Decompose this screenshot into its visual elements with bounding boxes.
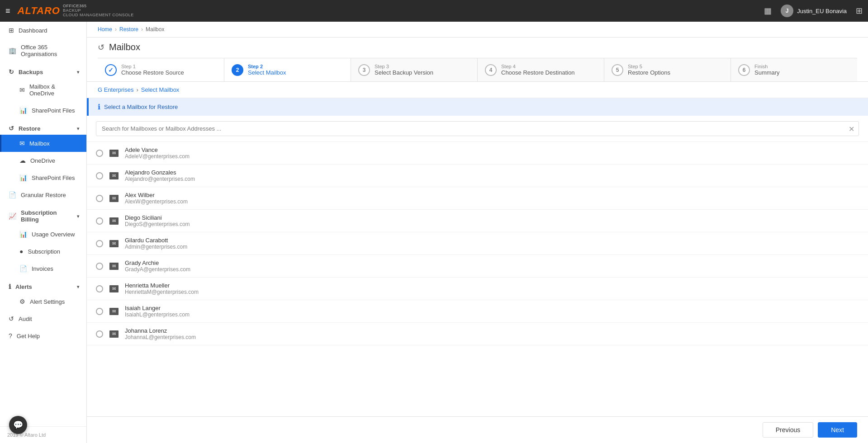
breadcrumb-home[interactable]: Home — [98, 26, 112, 33]
sidebar-item-audit[interactable]: ↺ Audit — [0, 310, 86, 327]
messages-icon[interactable]: ▦ — [764, 6, 772, 16]
sidebar-item-restore-sharepoint[interactable]: 📊 SharePoint Files — [0, 169, 86, 186]
mailbox-info-0: Adele Vance AdeleV@genterprises.com — [125, 146, 190, 160]
breadcrumb-restore[interactable]: Restore — [119, 26, 138, 33]
sidebar-item-office365[interactable]: 🏢 Office 365 Organisations — [0, 39, 86, 62]
topnav: ≡ ALTARO Office365 BACKUP CLOUD MANAGEME… — [0, 0, 868, 22]
list-item[interactable]: ✉ Gilardu Carabott Admin@genterprises.co… — [87, 232, 868, 255]
mailbox-info-4: Gilardu Carabott Admin@genterprises.com — [125, 237, 187, 250]
list-item[interactable]: ✉ Johanna Lorenz JohannaL@genterprises.c… — [87, 323, 868, 345]
topnav-right: ▦ J Justin_EU Bonavia ⊞ — [764, 5, 863, 17]
sidebar-item-invoices[interactable]: 📄 Invoices — [0, 260, 86, 277]
mailbox-radio-2[interactable] — [96, 195, 103, 202]
list-item[interactable]: ✉ Isaiah Langer IsaiahL@genterprises.com — [87, 300, 868, 323]
sub-breadcrumb-org[interactable]: G Enterprises — [98, 86, 133, 93]
step-4[interactable]: 4 Step 4 Choose Restore Destination — [478, 58, 604, 81]
step-4-label: Step 4 — [501, 64, 575, 69]
sidebar-item-backups[interactable]: ↻ Backups ▾ — [0, 62, 86, 78]
mailbox-type-icon: ✉ — [109, 285, 119, 292]
page-header: ↺ Mailbox ✓ Step 1 Choose Restore Source… — [87, 38, 868, 82]
list-item[interactable]: ✉ Adele Vance AdeleV@genterprises.com — [87, 142, 868, 165]
refresh-icon: ↺ — [98, 42, 104, 52]
sidebar-item-mailbox-onedrive[interactable]: ✉ Mailbox & OneDrive — [0, 78, 86, 102]
mailbox-type-icon: ✉ — [109, 240, 119, 247]
sidebar-item-get-help[interactable]: ? Get Help — [0, 327, 86, 344]
logo-altaro-text: ALTARO — [18, 5, 60, 17]
mailbox-radio-0[interactable] — [96, 150, 103, 157]
previous-button[interactable]: Previous — [763, 422, 813, 438]
step-3-label: Step 3 — [375, 64, 433, 69]
mailbox-type-icon: ✉ — [109, 195, 119, 202]
mailbox-email: DiegoS@genterprises.com — [125, 221, 190, 227]
list-item[interactable]: ✉ Henrietta Mueller HenriettaM@genterpri… — [87, 278, 868, 300]
step-5[interactable]: 5 Step 5 Restore Options — [604, 58, 731, 81]
sidebar-item-subscription[interactable]: ● Subscription — [0, 243, 86, 260]
user-menu[interactable]: J Justin_EU Bonavia — [781, 5, 847, 17]
username: Justin_EU Bonavia — [797, 8, 847, 14]
hamburger-menu-icon[interactable]: ≡ — [5, 6, 10, 16]
sidebar-item-dashboard[interactable]: ⊞ Dashboard — [0, 22, 86, 39]
sidebar-item-sharepoint-files-1[interactable]: 📊 SharePoint Files — [0, 102, 86, 119]
sub-breadcrumb: G Enterprises › Select Mailbox — [87, 82, 868, 98]
mailbox-radio-6[interactable] — [96, 285, 103, 292]
step-1[interactable]: ✓ Step 1 Choose Restore Source — [98, 58, 224, 81]
next-button[interactable]: Next — [818, 422, 857, 438]
info-bar-text: Select a Mailbox for Restore — [104, 104, 178, 110]
sidebar-item-label: Get Help — [17, 333, 40, 339]
list-item[interactable]: ✉ Diego Siciliani DiegoS@genterprises.co… — [87, 210, 868, 232]
chat-bubble[interactable]: 💬 — [9, 416, 27, 434]
invoices-icon: 📄 — [19, 265, 27, 272]
sidebar-item-label: SharePoint Files — [32, 174, 75, 181]
help-icon: ? — [9, 332, 12, 339]
sub-breadcrumb-current[interactable]: Select Mailbox — [141, 86, 180, 93]
step-2-info: Step 2 Select Mailbox — [248, 64, 286, 76]
sharepoint-restore-icon: 📊 — [19, 174, 27, 181]
sidebar-item-alert-settings[interactable]: ⚙ Alert Settings — [0, 293, 86, 310]
mailbox-type-icon: ✉ — [109, 172, 119, 179]
mailbox-radio-4[interactable] — [96, 240, 103, 247]
page-title-row: ↺ Mailbox — [98, 42, 857, 52]
mailbox-type-icon: ✉ — [109, 330, 119, 338]
mailbox-radio-7[interactable] — [96, 308, 103, 315]
step-1-check-icon: ✓ — [108, 66, 114, 74]
mailbox-type-icon: ✉ — [109, 150, 119, 157]
sidebar-item-restore-onedrive[interactable]: ☁ OneDrive — [0, 152, 86, 169]
list-item[interactable]: ✉ Alex Wilber AlexW@genterprises.com — [87, 187, 868, 210]
step-3[interactable]: 3 Step 3 Select Backup Version — [351, 58, 478, 81]
avatar: J — [781, 5, 793, 17]
sidebar-item-usage-overview[interactable]: 📊 Usage Overview — [0, 226, 86, 243]
sidebar-item-alerts[interactable]: ℹ Alerts ▾ — [0, 277, 86, 293]
mailbox-radio-1[interactable] — [96, 172, 103, 179]
search-clear-icon[interactable]: ✕ — [849, 124, 854, 133]
mailbox-radio-5[interactable] — [96, 263, 103, 270]
step-6-info: Finish Summary — [754, 64, 780, 76]
mailbox-info-1: Alejandro Gonzales Alejandro@genterprise… — [125, 169, 195, 182]
list-item[interactable]: ✉ Grady Archie GradyA@genterprises.com — [87, 255, 868, 278]
sidebar-item-label: Granular Restore — [21, 192, 66, 198]
mailbox-name: Alex Wilber — [125, 192, 188, 198]
subscription-detail-icon: ● — [19, 248, 23, 255]
main-content: Home › Restore › Mailbox ↺ Mailbox ✓ Ste… — [87, 22, 868, 443]
step-2[interactable]: 2 Step 2 Select Mailbox — [224, 58, 351, 81]
step-2-number: 2 — [232, 64, 243, 76]
mailbox-radio-3[interactable] — [96, 217, 103, 225]
onedrive-icon: ☁ — [19, 157, 26, 164]
sidebar-item-granular-restore[interactable]: 📄 Granular Restore — [0, 186, 86, 203]
step-6-number: 6 — [738, 64, 750, 76]
search-input[interactable] — [96, 121, 859, 136]
sidebar-item-label: Mailbox — [29, 140, 50, 147]
main-layout: ⊞ Dashboard 🏢 Office 365 Organisations ↻… — [0, 22, 868, 443]
list-item[interactable]: ✉ Alejandro Gonzales Alejandro@genterpri… — [87, 165, 868, 187]
sidebar-item-subscription-billing[interactable]: 📈 Subscription Billing ▾ — [0, 203, 86, 226]
mailbox-name: Grady Archie — [125, 259, 190, 266]
step-1-name: Choose Restore Source — [121, 69, 184, 76]
sidebar-item-restore-mailbox[interactable]: ✉ Mailbox — [0, 135, 86, 152]
step-6[interactable]: 6 Finish Summary — [731, 58, 857, 81]
step-6-label: Finish — [754, 64, 780, 69]
sidebar-item-restore[interactable]: ↺ Restore ▾ — [0, 119, 86, 135]
mailbox-name: Henrietta Mueller — [125, 282, 199, 289]
apps-icon[interactable]: ⊞ — [856, 6, 863, 16]
logo: ALTARO Office365 BACKUP CLOUD MANAGEMENT… — [18, 4, 134, 18]
mailbox-radio-8[interactable] — [96, 330, 103, 338]
sidebar-item-label: Invoices — [32, 265, 53, 272]
